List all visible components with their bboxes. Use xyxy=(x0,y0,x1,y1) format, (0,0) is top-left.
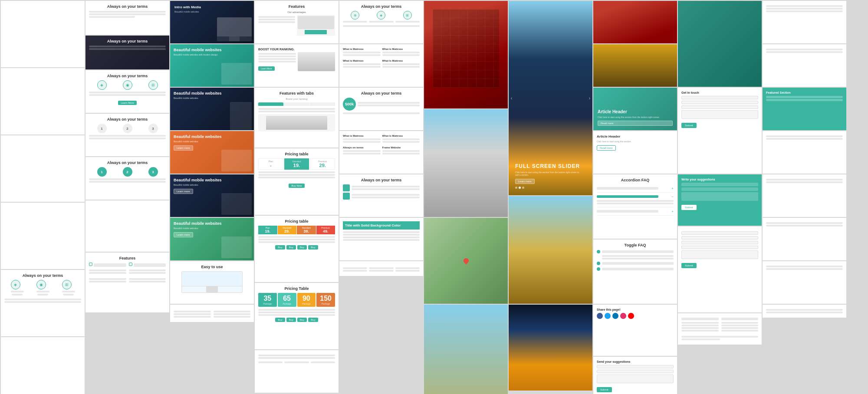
fss-dot-2[interactable] xyxy=(519,187,521,189)
article-header-gray-btn[interactable]: Read more xyxy=(597,145,616,151)
gradient-header-btn-2[interactable]: Learn more xyxy=(7,108,78,113)
full-screen-intro-card-2[interactable]: Full Screen Intro Click here to start a … xyxy=(1,203,85,269)
pt2-btn-3[interactable]: Buy xyxy=(297,245,307,250)
full-screen-intro-btn-2[interactable]: Details xyxy=(29,176,43,181)
red-bldg-2[interactable] xyxy=(593,1,677,43)
features-cols-card[interactable]: What is Mattress What is Mattress What i… xyxy=(339,44,423,87)
pricing-table-card-3[interactable]: Pricing Table 35 Package 65 Package 90 P… xyxy=(255,283,339,349)
toggle-faq-card[interactable]: Toggle FAQ xyxy=(593,240,677,304)
intro-with-media-card-1[interactable]: Intro with Media Short description text … xyxy=(1,337,85,394)
modern-bldg-2[interactable] xyxy=(593,44,677,87)
suggestion-submit-btn[interactable]: Submit xyxy=(597,387,612,392)
toggle-item-1[interactable] xyxy=(597,250,674,254)
article-header-gray-card[interactable]: Article Header Click here to start using… xyxy=(593,131,677,174)
small-card-6[interactable] xyxy=(763,261,846,304)
social-tw[interactable] xyxy=(605,313,611,319)
footer-card-2[interactable] xyxy=(255,350,339,393)
fb-btn[interactable]: Learn More xyxy=(258,66,275,71)
article-header-btn[interactable]: Read more xyxy=(598,121,673,126)
accordion-item-2[interactable]: − xyxy=(597,193,674,207)
always-terms-plain-1[interactable]: Always on your terms xyxy=(85,1,169,35)
contact-textarea-2[interactable] xyxy=(681,250,758,259)
features-boost-card[interactable]: BOOST YOUR RANKING. Learn More xyxy=(255,44,339,87)
features-laptop-card[interactable]: Features Our advantages xyxy=(255,1,339,43)
tab-3[interactable] xyxy=(310,102,335,106)
suggestion-message-field[interactable] xyxy=(597,374,674,383)
contact-name-1[interactable] xyxy=(681,96,758,99)
beautiful-mobile-teal-1[interactable]: Beautiful mobile websites Beautiful mobi… xyxy=(170,44,254,87)
small-card-5[interactable] xyxy=(763,218,846,260)
beautiful-mobile-dark-1[interactable]: Beautiful mobile websites Beautiful mobi… xyxy=(170,88,254,130)
contact-phone-1[interactable] xyxy=(681,105,758,109)
full-screen-intro-btn-3[interactable]: Learn more xyxy=(7,243,27,248)
toggle-item-3[interactable] xyxy=(597,267,674,271)
image-slider-card[interactable]: IMAGE SLIDER Click here to start using t… xyxy=(424,305,508,394)
small-card-2[interactable] xyxy=(763,44,846,87)
contact-field-2-4[interactable] xyxy=(681,246,758,249)
pt3-btn-4[interactable]: Buy xyxy=(308,318,318,322)
red-building-photo[interactable] xyxy=(424,1,508,108)
pt2-btn-2[interactable]: Buy xyxy=(286,245,296,250)
suggestion-name-field[interactable] xyxy=(597,365,674,368)
contact-form-card-1[interactable]: Get in touch Submit xyxy=(678,88,762,174)
easy-to-use-card[interactable]: Easy to use xyxy=(170,261,254,304)
footer-links-card[interactable] xyxy=(678,313,762,345)
footer-card-3[interactable] xyxy=(339,261,423,276)
tab-2[interactable] xyxy=(284,102,309,106)
beautiful-mobile-orange-1[interactable]: Beautiful mobile websites Beautiful mobi… xyxy=(170,131,254,174)
contact-field-2-3[interactable] xyxy=(681,241,758,244)
footer-card-1[interactable] xyxy=(170,305,254,322)
always-terms-icons-1[interactable]: Always on your terms ◈ ◉ ⊞ Learn More xyxy=(85,70,169,113)
bm-dark-btn-2[interactable]: Learn more xyxy=(174,189,193,194)
pt1-btn[interactable]: Buy Now xyxy=(289,184,304,188)
features-more-cols-card[interactable]: What is Mattress What is Mattress Always… xyxy=(339,131,423,174)
contact-field-2-1[interactable] xyxy=(681,231,758,235)
always-terms-numbered-1[interactable]: Always on your terms 1 2 3 xyxy=(85,114,169,156)
social-fb[interactable] xyxy=(597,313,603,319)
contact-submit-1[interactable]: Submit xyxy=(681,123,697,128)
beautiful-mobile-dark-2[interactable]: Beautiful mobile websites Beautiful mobi… xyxy=(170,174,254,217)
bm-green-btn-1[interactable]: Learn more xyxy=(174,232,193,237)
pt3-btn-2[interactable]: Buy xyxy=(286,318,296,322)
tab-1[interactable] xyxy=(258,102,283,106)
social-ig[interactable] xyxy=(620,313,626,319)
contact-email-1[interactable] xyxy=(681,101,758,104)
contact-form-card-2[interactable]: Submit xyxy=(678,227,762,312)
gradient-header-card-2[interactable]: Gradient Header Click here to start a "U… xyxy=(1,68,85,135)
dark-feature-card-1[interactable]: Always on your terms xyxy=(85,36,169,69)
acc-toggle-3[interactable]: + xyxy=(671,210,674,213)
full-screen-intro-btn-1[interactable]: Learn more xyxy=(7,176,27,181)
intro-media-dark-1[interactable]: Intro with Media Beautiful mobile websit… xyxy=(170,1,254,43)
title-solid-bg-card[interactable]: Title with Solid Background Color xyxy=(339,218,423,260)
always-icon-rows-card[interactable]: Always on your terms xyxy=(339,174,423,217)
share-page-card[interactable]: Share this page! xyxy=(593,305,677,356)
article-header-teal-card[interactable]: Article Header Click here to start using… xyxy=(593,88,677,130)
pt3-btn-1[interactable]: Buy xyxy=(275,318,285,322)
always-circle-badge-card[interactable]: Always on your terms 500k xyxy=(339,88,423,130)
gradient-header-card-1[interactable]: Gradient Header Click here to start a "U… xyxy=(1,1,85,67)
teal-form-submit[interactable]: Submit xyxy=(681,205,697,210)
social-li[interactable] xyxy=(612,313,618,319)
features-plain-card[interactable]: Features xyxy=(85,253,169,312)
fss-dot-1[interactable] xyxy=(515,187,517,189)
slider-arrow-right[interactable]: › xyxy=(589,96,590,101)
contact-submit-2[interactable]: Submit xyxy=(681,263,697,268)
accordion-faq-card[interactable]: Accordion FAQ + − + xyxy=(593,174,677,239)
fss-dot-3[interactable] xyxy=(522,187,524,189)
pt2-btn-4[interactable]: Buy xyxy=(308,245,318,250)
full-screen-slider-card[interactable]: ‹ › FULL SCREEN SLIDER Click here to sta… xyxy=(509,1,592,195)
teal-form-textarea[interactable] xyxy=(681,192,758,201)
features-tabs-card[interactable]: Features with tabs Boost your ranking xyxy=(255,88,339,148)
toggle-item-2[interactable] xyxy=(597,261,674,266)
small-card-7[interactable] xyxy=(763,305,846,318)
teal-form-field-1[interactable] xyxy=(681,183,758,186)
always-terms-col5-1[interactable]: Always on your terms ⊕ ◈ ⊞ xyxy=(339,1,423,43)
pricing-table-card-2[interactable]: Pricing table Plan 19. Standard 29. Stan… xyxy=(255,216,339,282)
gradient-header-btn-1[interactable]: Learn more xyxy=(7,40,78,46)
pricing-table-card-1[interactable]: Pricing table Plan - Standard 19. Premiu… xyxy=(255,148,339,215)
fss-btn[interactable]: Learn more xyxy=(515,179,535,184)
suggestion-email-field[interactable] xyxy=(597,370,674,373)
teal-form-block[interactable]: Write your suggestions Submit xyxy=(678,174,762,226)
modern-building-photo[interactable] xyxy=(424,109,508,217)
accordion-item-3[interactable]: + xyxy=(597,207,674,216)
